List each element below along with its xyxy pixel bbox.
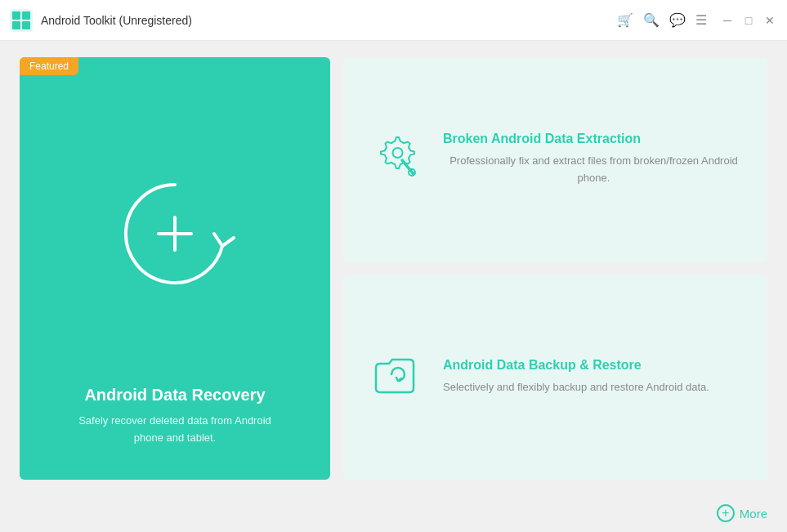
svg-rect-2 — [22, 11, 30, 20]
svg-rect-1 — [12, 11, 20, 20]
backup-title: Android Data Backup & Restore — [443, 358, 709, 373]
extraction-title: Broken Android Data Extraction — [443, 132, 745, 146]
close-button[interactable]: ✕ — [762, 13, 777, 28]
more-circle-icon: + — [717, 504, 735, 522]
extraction-text: Broken Android Data Extraction Professio… — [443, 132, 745, 187]
svg-rect-3 — [12, 21, 20, 29]
svg-point-7 — [393, 148, 403, 158]
cart-icon[interactable]: 🛒 — [617, 14, 633, 27]
svg-rect-4 — [22, 21, 30, 29]
window-controls: ─ □ ✕ — [720, 13, 777, 28]
backup-icon — [366, 347, 423, 408]
broken-android-card[interactable]: Broken Android Data Extraction Professio… — [343, 57, 767, 262]
cards-grid: Featured Android Data Recovery Safely re… — [20, 57, 767, 480]
svg-line-8 — [402, 160, 414, 174]
more-label: More — [740, 507, 767, 521]
main-content: Featured Android Data Recovery Safely re… — [0, 41, 787, 496]
featured-badge: Featured — [20, 57, 78, 75]
featured-card[interactable]: Featured Android Data Recovery Safely re… — [20, 57, 330, 480]
chat-icon[interactable]: 💬 — [669, 14, 686, 27]
recovery-icon — [110, 168, 240, 299]
right-column: Broken Android Data Extraction Professio… — [343, 57, 767, 480]
extraction-desc: Professionally fix and extract files fro… — [443, 153, 745, 187]
more-button[interactable]: + More — [717, 504, 767, 522]
maximize-button[interactable]: □ — [741, 13, 756, 28]
extraction-icon — [366, 129, 423, 190]
backup-desc: Selectively and flexibly backup and rest… — [443, 379, 709, 396]
app-title: Android Toolkit (Unregistered) — [41, 14, 617, 27]
app-logo — [10, 9, 33, 32]
featured-card-title: Android Data Recovery — [84, 386, 265, 405]
titlebar-controls: 🛒 🔍 💬 ☰ ─ □ ✕ — [617, 13, 777, 28]
footer: + More — [0, 496, 787, 532]
featured-icon-area — [110, 57, 240, 386]
search-icon[interactable]: 🔍 — [643, 14, 660, 27]
menu-icon[interactable]: ☰ — [695, 14, 707, 27]
title-bar: Android Toolkit (Unregistered) 🛒 🔍 💬 ☰ ─… — [0, 0, 787, 41]
minimize-button[interactable]: ─ — [720, 13, 735, 28]
backup-text: Android Data Backup & Restore Selectivel… — [443, 358, 709, 396]
featured-card-desc: Safely recover deleted data from Android… — [69, 413, 281, 447]
backup-restore-card[interactable]: Android Data Backup & Restore Selectivel… — [343, 275, 767, 481]
